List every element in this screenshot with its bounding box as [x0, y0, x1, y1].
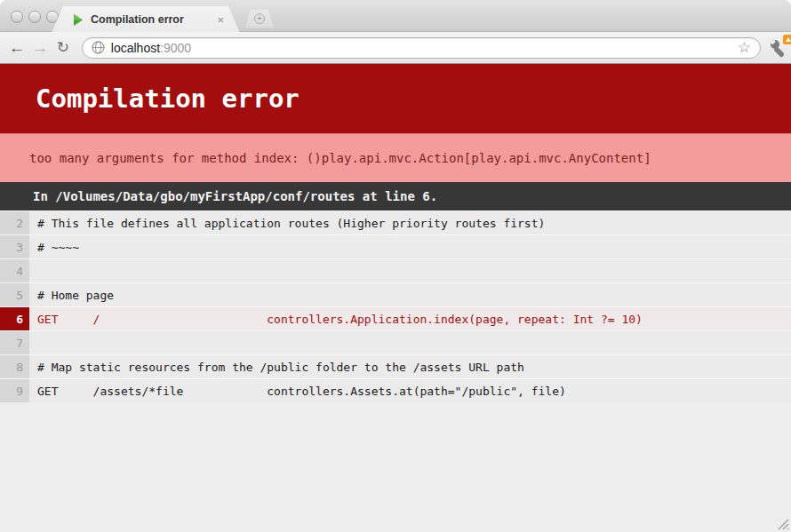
page-content: Compilation error too many arguments for…	[0, 64, 791, 532]
url-port: :9000	[160, 41, 191, 55]
code-line-row: 2# This file defines all application rou…	[0, 210, 791, 234]
globe-icon	[92, 41, 105, 54]
line-number: 4	[0, 259, 29, 282]
up-arrow-icon	[786, 37, 791, 42]
line-number: 9	[0, 379, 29, 402]
refresh-icon[interactable]: ↻	[52, 40, 75, 55]
code-line-row: 5# Home page	[0, 282, 791, 306]
code-line-row: 8# Map static resources from the /public…	[0, 354, 791, 378]
update-badge	[783, 35, 791, 44]
window-close-button[interactable]	[11, 11, 23, 23]
browser-window: Compilation error × + ← → ↻ localhost:90…	[0, 0, 791, 532]
code-line-row: 3# ~~~~	[0, 234, 791, 258]
source-listing: 2# This file defines all application rou…	[0, 210, 791, 402]
tab-close-icon[interactable]: ×	[217, 14, 224, 26]
code-text: # Map static resources from the /public …	[29, 355, 791, 378]
code-line-row: 7	[0, 330, 791, 354]
error-location: In /Volumes/Data/gbo/myFirstApp/conf/rou…	[0, 189, 437, 203]
tab-title: Compilation error	[91, 13, 217, 26]
code-text: GET / controllers.Application.index(page…	[29, 307, 791, 330]
code-text	[29, 331, 791, 354]
line-number: 5	[0, 283, 29, 306]
browser-tab[interactable]: Compilation error ×	[52, 6, 240, 33]
line-number: 7	[0, 331, 29, 354]
error-location-bar: In /Volumes/Data/gbo/myFirstApp/conf/rou…	[0, 182, 791, 210]
menu-wrench-button[interactable]	[768, 37, 791, 59]
code-text: # Home page	[29, 283, 791, 306]
line-number: 2	[0, 211, 29, 234]
bookmark-star-icon[interactable]: ☆	[738, 40, 751, 55]
code-line-row: 9GET /assets/*file controllers.Assets.at…	[0, 378, 791, 402]
browser-toolbar: ← → ↻ localhost:9000 ☆	[0, 32, 791, 64]
page-title: Compilation error	[0, 83, 300, 114]
plus-icon: +	[254, 13, 265, 24]
forward-icon: →	[28, 39, 52, 56]
code-line-row: 4	[0, 258, 791, 282]
line-number: 6	[0, 307, 29, 330]
line-number: 3	[0, 235, 29, 258]
address-bar[interactable]: localhost:9000 ☆	[82, 37, 761, 59]
error-message: too many arguments for method index: ()p…	[0, 151, 651, 165]
code-text	[29, 259, 791, 282]
url-text[interactable]: localhost:9000	[111, 41, 191, 55]
resize-grip-icon[interactable]	[776, 517, 789, 530]
error-header: Compilation error	[0, 64, 791, 133]
code-text: GET /assets/*file controllers.Assets.at(…	[29, 379, 791, 402]
code-line-row-error: 6GET / controllers.Application.index(pag…	[0, 306, 791, 330]
window-minimize-button[interactable]	[28, 11, 41, 23]
code-text: # ~~~~	[29, 235, 791, 258]
line-number: 8	[0, 355, 29, 378]
tab-strip: Compilation error × +	[0, 0, 791, 32]
error-message-banner: too many arguments for method index: ()p…	[0, 133, 791, 182]
code-text: # This file defines all application rout…	[29, 211, 791, 234]
new-tab-button[interactable]: +	[245, 10, 274, 28]
url-host: localhost	[111, 41, 160, 55]
back-icon[interactable]: ←	[5, 39, 28, 56]
play-triangle-icon	[73, 14, 84, 26]
